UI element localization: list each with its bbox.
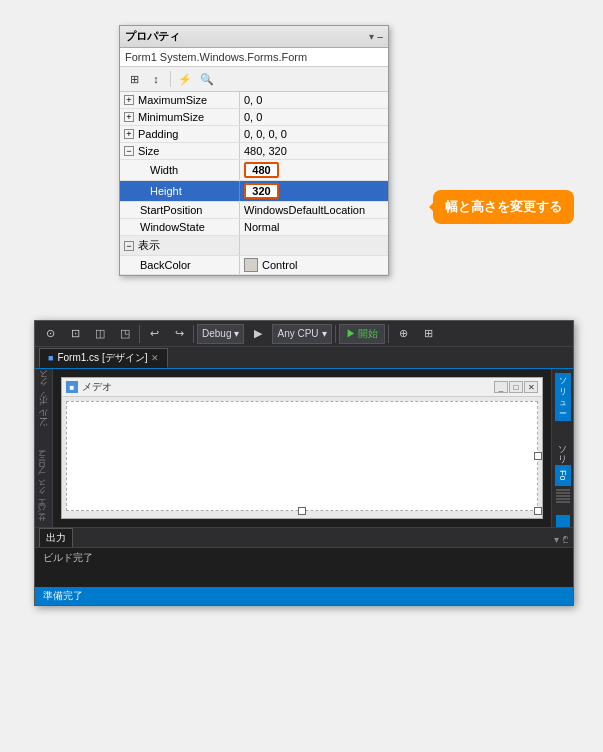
resize-handle-corner[interactable] (534, 507, 542, 515)
ide-output-content: ビルド完了 (35, 548, 573, 587)
ide-btn-3[interactable]: ◫ (89, 323, 111, 345)
width-value-highlight[interactable]: 480 (244, 162, 279, 178)
prop-value-startposition: WindowsDefaultLocation (240, 202, 388, 218)
ide-body: ツールボックス サーバーエクスプローラー ■ メデオ (35, 369, 573, 527)
ide-output-pin: ▾ ₾ (554, 534, 569, 547)
table-row-section: − 表示 (120, 236, 388, 256)
ide-cpu-dropdown[interactable]: Any CPU ▾ (272, 324, 331, 344)
prop-name-maximumsize: + MaximumSize (120, 92, 240, 108)
section-value-empty (240, 236, 388, 255)
ide-btn-back[interactable]: ⊙ (39, 323, 61, 345)
ide-toolbar-sep (139, 325, 140, 343)
expand-icon[interactable]: + (124, 95, 134, 105)
prop-value-height: 320 (240, 181, 388, 201)
prop-name-padding: + Padding (120, 126, 240, 142)
solution-item-2[interactable]: Fo (555, 465, 571, 486)
prop-value-width: 480 (240, 160, 388, 180)
panel-form-name: Form1 System.Windows.Forms.Form (120, 48, 388, 67)
prop-name-size: − Size (120, 143, 240, 159)
ide-play-button[interactable]: ▶ 開始 (339, 324, 386, 344)
section-header-hyoji: − 表示 (120, 236, 240, 255)
panel-title: プロパティ (125, 29, 180, 44)
ide-tab-name: Form1.cs [デザイン] (57, 351, 147, 365)
prop-value-backcolor: Control (240, 256, 388, 274)
ide-form-restore[interactable]: □ (509, 381, 523, 393)
callout-bubble: 幅と高さを変更する (433, 190, 574, 224)
prop-name-backcolor: BackColor (120, 256, 240, 274)
ide-designer[interactable]: ■ メデオ _ □ ✕ (61, 377, 543, 519)
color-swatch (244, 258, 258, 272)
ide-tab-designer[interactable]: ■ Form1.cs [デザイン] ✕ (39, 348, 168, 368)
prop-value-minimumsize: 0, 0 (240, 109, 388, 125)
toolbar-sort-btn[interactable]: ↕ (146, 69, 166, 89)
table-row[interactable]: BackColor Control (120, 256, 388, 275)
ide-statusbar-text: 準備完了 (43, 589, 83, 603)
ide-tabbar: ■ Form1.cs [デザイン] ✕ (35, 347, 573, 369)
ide-btn-arrow[interactable]: ▶ (247, 323, 269, 345)
ide-tab-close[interactable]: ✕ (151, 353, 159, 363)
ide-btn-redo[interactable]: ↪ (168, 323, 190, 345)
sidebar-left-item-1[interactable]: ツールボックス (37, 373, 50, 433)
prop-value-padding: 0, 0, 0, 0 (240, 126, 388, 142)
ide-toolbar-sep3 (335, 325, 336, 343)
ide-btn-view[interactable]: ⊞ (417, 323, 439, 345)
ide-btn-2[interactable]: ⊡ (64, 323, 86, 345)
ide-toolbar: ⊙ ⊡ ◫ ◳ ↩ ↪ Debug ▾ ▶ Any CPU ▾ ▶ 開始 ⊕ ⊞ (35, 321, 573, 347)
expand-icon[interactable]: + (124, 129, 134, 139)
ide-form-title-area: ■ メデオ (66, 380, 112, 394)
prop-value-size: 480, 320 (240, 143, 388, 159)
ide-toolbar-sep2 (193, 325, 194, 343)
height-value-highlight[interactable]: 320 (244, 183, 279, 199)
expand-icon[interactable]: − (124, 241, 134, 251)
sidebar-left-item-2[interactable]: サーバーエクスプローラー (38, 455, 49, 527)
solution-item-1[interactable]: ソリ (553, 434, 572, 464)
table-row[interactable]: + MinimumSize 0, 0 (120, 109, 388, 126)
toolbar-grid-btn[interactable]: ⊞ (124, 69, 144, 89)
table-row[interactable]: Width 480 (120, 160, 388, 181)
expand-icon-size[interactable]: − (124, 146, 134, 156)
table-row[interactable]: + Padding 0, 0, 0, 0 (120, 126, 388, 143)
solution-explorer-tab[interactable]: ソリュー (555, 373, 571, 421)
resize-handle-bottom[interactable] (298, 507, 306, 515)
table-row[interactable]: StartPosition WindowsDefaultLocation (120, 202, 388, 219)
panel-pin-icon[interactable]: ▾ ‒ (369, 31, 383, 42)
ide-form-controls: _ □ ✕ (494, 381, 538, 393)
ide-main: ■ メデオ _ □ ✕ (53, 369, 551, 527)
resize-handle-right[interactable] (534, 452, 542, 460)
ide-btn-4[interactable]: ◳ (114, 323, 136, 345)
ide-btn-pin[interactable]: ⊕ (392, 323, 414, 345)
sidebar-right-accent (556, 515, 570, 527)
prop-name-windowstate: WindowState (120, 219, 240, 235)
ide-output-tabbar: 出力 ▾ ₾ (35, 528, 573, 548)
properties-panel: プロパティ ▾ ‒ Form1 System.Windows.Forms.For… (119, 25, 389, 276)
ide-tab-icon: ■ (48, 353, 53, 363)
toolbar-sep-1 (170, 71, 171, 87)
panel-toolbar: ⊞ ↕ ⚡ 🔍 (120, 67, 388, 92)
ide-form-content[interactable] (66, 401, 538, 511)
toolbar-event-btn[interactable]: ⚡ (175, 69, 195, 89)
ide-toolbar-sep4 (388, 325, 389, 343)
table-row-height[interactable]: Height 320 (120, 181, 388, 202)
prop-value-windowstate: Normal (240, 219, 388, 235)
ide-output: 出力 ▾ ₾ ビルド完了 (35, 527, 573, 587)
prop-name-minimumsize: + MinimumSize (120, 109, 240, 125)
table-row[interactable]: − Size 480, 320 (120, 143, 388, 160)
prop-name-startposition: StartPosition (120, 202, 240, 218)
ide-btn-undo[interactable]: ↩ (143, 323, 165, 345)
ide-form-title-text: メデオ (82, 380, 112, 394)
ide-form-titlebar: ■ メデオ _ □ ✕ (62, 378, 542, 397)
table-row[interactable]: WindowState Normal (120, 219, 388, 236)
table-row[interactable]: + MaximumSize 0, 0 (120, 92, 388, 109)
ide-debug-dropdown[interactable]: Debug ▾ (197, 324, 244, 344)
expand-icon[interactable]: + (124, 112, 134, 122)
prop-value-maximumsize: 0, 0 (240, 92, 388, 108)
prop-table: + MaximumSize 0, 0 + MinimumSize 0, 0 (120, 92, 388, 275)
ide-form-close[interactable]: ✕ (524, 381, 538, 393)
ide-window: ⊙ ⊡ ◫ ◳ ↩ ↪ Debug ▾ ▶ Any CPU ▾ ▶ 開始 ⊕ ⊞ (34, 320, 574, 606)
ide-output-tab[interactable]: 出力 (39, 528, 73, 547)
ide-form-minimize[interactable]: _ (494, 381, 508, 393)
ide-sidebar-right: ソリュー ソリ Fo (551, 369, 573, 527)
toolbar-search-btn[interactable]: 🔍 (197, 69, 217, 89)
prop-name-width: Width (120, 160, 240, 180)
ide-sidebar-left: ツールボックス サーバーエクスプローラー (35, 369, 53, 527)
